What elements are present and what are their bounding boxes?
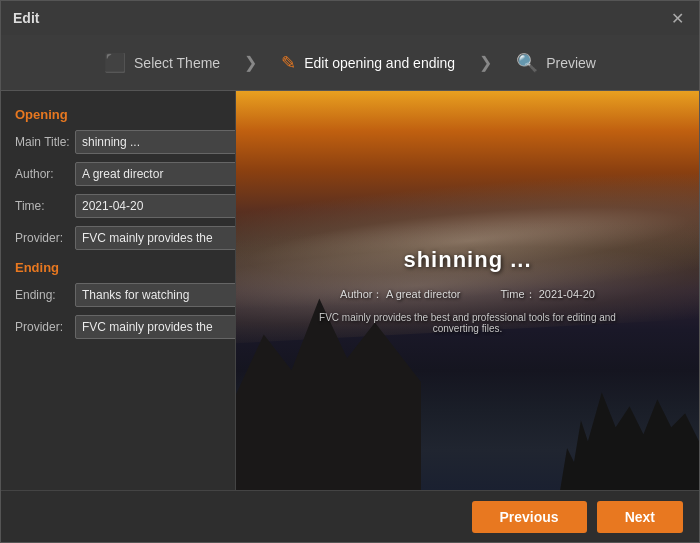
- opening-section-label: Opening: [15, 107, 221, 122]
- provider2-input[interactable]: [75, 315, 236, 339]
- arrow-icon-2: ❯: [475, 53, 496, 72]
- author-input[interactable]: [75, 162, 236, 186]
- author-row: Author:: [15, 162, 221, 186]
- next-button[interactable]: Next: [597, 501, 683, 533]
- arrow-icon-1: ❯: [240, 53, 261, 72]
- edit-opening-tab[interactable]: ✎ Edit opening and ending: [261, 44, 475, 82]
- preview-background: shinning ... Author： A great director Ti…: [236, 91, 699, 490]
- window-title: Edit: [13, 10, 39, 26]
- preview-panel: shinning ... Author： A great director Ti…: [236, 91, 699, 490]
- toolbar: ⬛ Select Theme ❯ ✎ Edit opening and endi…: [1, 35, 699, 91]
- preview-title: shinning ...: [403, 247, 531, 273]
- edit-icon: ✎: [281, 52, 296, 74]
- ending-input[interactable]: [75, 283, 236, 307]
- preview-time: Time： 2021-04-20: [501, 287, 595, 302]
- preview-overlay: shinning ... Author： A great director Ti…: [236, 91, 699, 490]
- main-title-input[interactable]: [75, 130, 236, 154]
- title-bar: Edit ✕: [1, 1, 699, 35]
- ending-row: Ending:: [15, 283, 221, 307]
- provider2-label: Provider:: [15, 320, 75, 334]
- provider-input[interactable]: [75, 226, 236, 250]
- preview-author: Author： A great director: [340, 287, 460, 302]
- ending-label: Ending:: [15, 288, 75, 302]
- provider-label: Provider:: [15, 231, 75, 245]
- main-title-label: Main Title:: [15, 135, 75, 149]
- provider-row: Provider:: [15, 226, 221, 250]
- edit-window: Edit ✕ ⬛ Select Theme ❯ ✎ Edit opening a…: [0, 0, 700, 543]
- preview-tab[interactable]: 🔍 Preview: [496, 44, 616, 82]
- select-theme-label: Select Theme: [134, 55, 220, 71]
- time-input[interactable]: [75, 194, 236, 218]
- select-theme-tab[interactable]: ⬛ Select Theme: [84, 44, 240, 82]
- author-label: Author:: [15, 167, 75, 181]
- close-button[interactable]: ✕: [667, 8, 687, 28]
- preview-label: Preview: [546, 55, 596, 71]
- preview-provider-text: FVC mainly provides the best and profess…: [318, 312, 618, 334]
- main-title-row: Main Title:: [15, 130, 221, 154]
- preview-meta: Author： A great director Time： 2021-04-2…: [340, 287, 595, 302]
- main-content: Opening Main Title: Author: Time: Provid…: [1, 91, 699, 490]
- left-panel: Opening Main Title: Author: Time: Provid…: [1, 91, 236, 490]
- theme-icon: ⬛: [104, 52, 126, 74]
- preview-icon: 🔍: [516, 52, 538, 74]
- time-label: Time:: [15, 199, 75, 213]
- edit-opening-label: Edit opening and ending: [304, 55, 455, 71]
- footer: Previous Next: [1, 490, 699, 542]
- time-row: Time:: [15, 194, 221, 218]
- ending-section-label: Ending: [15, 260, 221, 275]
- previous-button[interactable]: Previous: [472, 501, 587, 533]
- provider2-row: Provider:: [15, 315, 221, 339]
